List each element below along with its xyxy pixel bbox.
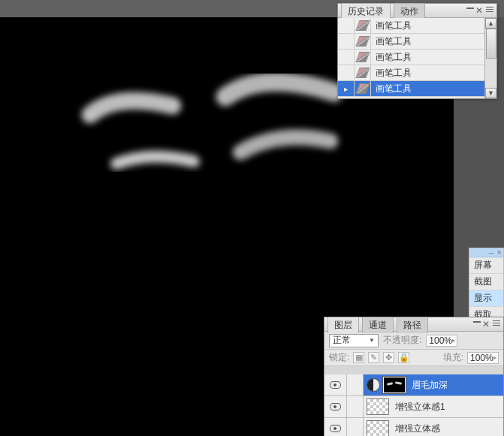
scroll-thumb[interactable] <box>486 29 496 59</box>
lock-pixels-icon[interactable]: ✎ <box>368 352 379 363</box>
layers-panel-header[interactable]: 图层 通道 路径 ✕ <box>324 317 503 332</box>
side-tool-strip: – × 屏幕截图显示截取 <box>469 248 504 324</box>
history-item-label: 画笔工具 <box>371 35 412 48</box>
brush-tool-icon <box>355 83 370 94</box>
scroll-down-icon[interactable]: ▼ <box>485 88 496 98</box>
history-item[interactable]: 画笔工具 <box>338 65 496 81</box>
chevron-down-icon: ▼ <box>369 337 375 344</box>
panel-menu-icon[interactable] <box>493 320 500 326</box>
opacity-label: 不透明度: <box>383 334 421 347</box>
history-icon-col <box>355 34 371 49</box>
panel-menu-icon[interactable] <box>486 7 493 13</box>
brush-tool-icon <box>355 52 370 62</box>
layers-list: 眉毛加深增强立体感1增强立体感 <box>324 374 503 436</box>
tab-channels[interactable]: 通道 <box>362 317 394 333</box>
history-item-label: 画笔工具 <box>371 67 412 80</box>
layer-options-row: 正常 ▼ 不透明度: 100% ▸ <box>324 332 503 350</box>
layer-row[interactable]: 增强立体感1 <box>324 396 503 418</box>
history-item[interactable]: ▸画笔工具 <box>338 81 496 97</box>
close-icon[interactable]: × <box>497 248 502 257</box>
visibility-toggle[interactable] <box>324 374 347 395</box>
history-icon-col <box>355 81 371 96</box>
current-state-icon: ▸ <box>344 85 348 93</box>
minimize-icon[interactable] <box>473 321 481 323</box>
tab-history[interactable]: 历史记录 <box>341 3 391 20</box>
history-scrollbar[interactable]: ▲ ▼ <box>484 18 496 98</box>
layer-thumb[interactable] <box>367 420 389 436</box>
opacity-input[interactable]: 100% ▸ <box>426 335 457 347</box>
layer-name[interactable]: 增强立体感 <box>395 422 440 435</box>
history-source-col[interactable] <box>338 34 355 49</box>
fill-value: 100% <box>470 353 493 363</box>
tab-actions[interactable]: 动作 <box>394 3 425 20</box>
layers-panel: 图层 通道 路径 ✕ 正常 ▼ 不透明度: 100% ▸ 锁定: ▦ ✎ ✥ 🔒… <box>324 317 504 436</box>
opacity-value: 100% <box>429 335 452 346</box>
lock-transparent-icon[interactable]: ▦ <box>353 352 364 363</box>
link-col[interactable] <box>347 418 364 436</box>
layer-thumb[interactable] <box>367 398 389 415</box>
eye-icon <box>330 381 341 389</box>
side-strip-item[interactable]: 屏幕 <box>469 257 503 274</box>
adjustment-layer-icon <box>367 378 380 392</box>
lock-row: 锁定: ▦ ✎ ✥ 🔒 填充: 100% ▸ <box>324 350 503 366</box>
layer-gap <box>324 366 503 374</box>
history-icon-col <box>355 65 371 80</box>
history-item-label: 画笔工具 <box>371 20 412 32</box>
side-strip-header[interactable]: – × <box>469 248 503 257</box>
history-item[interactable]: 画笔工具 <box>338 18 496 34</box>
eye-icon <box>330 425 341 432</box>
minimize-icon[interactable]: – <box>489 248 493 257</box>
history-panel: 历史记录 动作 ✕ 画笔工具画笔工具画笔工具画笔工具▸画笔工具 ▲ ▼ <box>337 3 497 99</box>
history-source-col[interactable] <box>338 50 355 65</box>
link-col[interactable] <box>347 396 364 417</box>
layer-name[interactable]: 增强立体感1 <box>395 401 445 413</box>
history-item-label: 画笔工具 <box>371 51 412 64</box>
close-icon[interactable]: ✕ <box>482 319 490 329</box>
history-icon-col <box>355 18 371 33</box>
blend-mode-value: 正常 <box>333 334 351 347</box>
history-source-col[interactable]: ▸ <box>338 81 355 96</box>
history-panel-header[interactable]: 历史记录 动作 ✕ <box>338 4 496 18</box>
side-strip-item[interactable]: 截图 <box>469 274 503 290</box>
history-item[interactable]: 画笔工具 <box>338 34 496 50</box>
fill-input[interactable]: 100% ▸ <box>467 352 499 364</box>
lock-label: 锁定: <box>329 351 349 364</box>
brush-tool-icon <box>355 36 370 47</box>
brush-tool-icon <box>355 68 370 78</box>
history-list: 画笔工具画笔工具画笔工具画笔工具▸画笔工具 ▲ ▼ <box>338 18 496 98</box>
minimize-icon[interactable] <box>466 8 474 9</box>
history-source-col[interactable] <box>338 18 355 33</box>
history-item-label: 画笔工具 <box>371 83 412 95</box>
visibility-toggle[interactable] <box>324 396 347 417</box>
history-icon-col <box>355 50 371 65</box>
chevron-right-icon: ▸ <box>493 354 496 361</box>
history-item[interactable]: 画笔工具 <box>338 50 496 65</box>
chevron-right-icon: ▸ <box>452 337 455 344</box>
link-col[interactable] <box>347 374 364 395</box>
layer-row[interactable]: 眉毛加深 <box>324 374 503 396</box>
scroll-up-icon[interactable]: ▲ <box>485 18 496 29</box>
layer-row[interactable]: 增强立体感 <box>324 418 503 436</box>
tab-layers[interactable]: 图层 <box>327 317 359 333</box>
tab-paths[interactable]: 路径 <box>397 317 428 333</box>
layer-name[interactable]: 眉毛加深 <box>412 379 448 392</box>
eye-icon <box>330 403 341 410</box>
lock-position-icon[interactable]: ✥ <box>383 352 394 363</box>
visibility-toggle[interactable] <box>324 418 347 436</box>
fill-label: 填充: <box>443 351 463 364</box>
lock-all-icon[interactable]: 🔒 <box>398 352 409 363</box>
history-source-col[interactable] <box>338 65 355 80</box>
side-strip-item[interactable]: 显示 <box>469 290 503 307</box>
blend-mode-select[interactable]: 正常 ▼ <box>329 334 379 347</box>
close-icon[interactable]: ✕ <box>475 5 483 16</box>
brush-tool-icon <box>355 20 370 31</box>
layer-mask-thumb[interactable] <box>383 377 406 393</box>
